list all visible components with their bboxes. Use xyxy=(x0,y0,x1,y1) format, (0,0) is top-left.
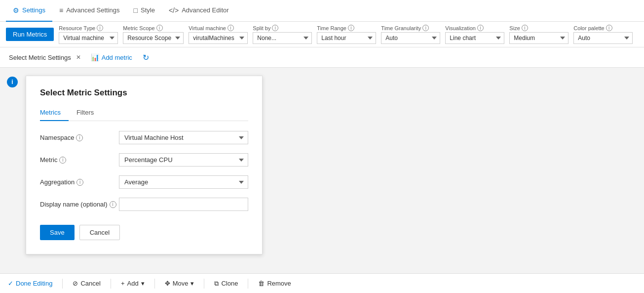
select-metric-tab-label: Select Metric Settings xyxy=(9,54,71,61)
display-name-label: Display name (optional) i xyxy=(40,201,119,208)
select-metric-settings-tab[interactable]: Select Metric Settings ✕ xyxy=(6,53,84,62)
display-name-info-icon[interactable]: i xyxy=(110,201,116,208)
virtual-machine-label: Virtual machine i xyxy=(189,25,248,31)
color-palette-info-icon[interactable]: i xyxy=(606,25,612,31)
add-metric-button[interactable]: 📊 Add metric xyxy=(91,53,132,61)
time-granularity-label: Time Granularity i xyxy=(381,25,440,31)
refresh-button[interactable]: ↻ xyxy=(139,50,153,64)
namespace-select[interactable]: Virtual Machine Host xyxy=(119,131,248,144)
tab-metrics[interactable]: Metrics xyxy=(40,106,69,121)
aggregation-info-icon[interactable]: i xyxy=(76,179,83,186)
size-select[interactable]: Medium xyxy=(509,32,568,44)
metrics-bar: Select Metric Settings ✕ 📊 Add metric ↻ xyxy=(0,47,644,68)
add-metric-label: Add metric xyxy=(102,54,132,61)
advanced-editor-icon: </> xyxy=(169,6,179,14)
save-button[interactable]: Save xyxy=(40,225,75,240)
add-metric-chart-icon: 📊 xyxy=(91,53,99,61)
aggregation-select[interactable]: Average xyxy=(119,175,248,189)
namespace-row: Namespace i Virtual Machine Host xyxy=(40,131,248,144)
split-by-label: Split by i xyxy=(253,25,312,31)
resource-type-label: Resource Type i xyxy=(59,25,118,31)
metric-info-icon[interactable]: i xyxy=(59,157,66,164)
color-palette-label: Color palette i xyxy=(573,25,633,31)
visualization-label: Visualization i xyxy=(445,25,504,31)
panel-actions: Save Cancel xyxy=(40,225,248,240)
filters-tab-label: Filters xyxy=(76,109,94,116)
style-icon: □ xyxy=(134,6,138,14)
virtual-machine-info-icon[interactable]: i xyxy=(227,25,234,31)
namespace-info-icon[interactable]: i xyxy=(76,134,83,141)
size-group: Size i Medium xyxy=(509,25,568,44)
metrics-tab-label: Metrics xyxy=(40,109,61,116)
tab-settings-label: Settings xyxy=(22,6,45,14)
refresh-icon: ↻ xyxy=(143,53,149,62)
size-info-icon[interactable]: i xyxy=(522,25,528,31)
bottom-bar: ✓ Done Editing ⊘ Cancel + Add ▾ ✥ Move ▾… xyxy=(0,273,644,275)
time-range-label: Time Range i xyxy=(317,25,376,31)
tab-settings[interactable]: ⚙ Settings xyxy=(6,0,52,22)
metric-row: Metric i Percentage CPU xyxy=(40,153,248,167)
panel-cancel-button[interactable]: Cancel xyxy=(79,225,120,240)
metric-scope-label: Metric Scope i xyxy=(123,25,184,31)
time-range-info-icon[interactable]: i xyxy=(348,25,354,31)
tab-style[interactable]: □ Style xyxy=(127,0,162,22)
size-label: Size i xyxy=(509,25,568,31)
time-granularity-info-icon[interactable]: i xyxy=(422,25,429,31)
visualization-group: Visualization i Line chart xyxy=(445,25,504,44)
resource-type-group: Resource Type i Virtual machine xyxy=(59,25,118,44)
aggregation-row: Aggregation i Average xyxy=(40,175,248,189)
time-granularity-group: Time Granularity i Auto xyxy=(381,25,440,44)
time-range-group: Time Range i Last hour xyxy=(317,25,376,44)
virtual-machine-select[interactable]: virutalMachines xyxy=(189,32,248,44)
color-palette-group: Color palette i Auto xyxy=(573,25,633,44)
tab-filters[interactable]: Filters xyxy=(76,106,102,121)
metric-scope-info-icon[interactable]: i xyxy=(156,25,163,31)
aggregation-label: Aggregation i xyxy=(40,178,119,186)
settings-icon: ⚙ xyxy=(13,6,19,14)
color-palette-select[interactable]: Auto xyxy=(573,32,633,44)
tab-advanced-settings-label: Advanced Settings xyxy=(66,6,119,14)
namespace-label: Namespace i xyxy=(40,134,119,141)
run-metrics-button[interactable]: Run Metrics xyxy=(6,28,54,41)
visualization-info-icon[interactable]: i xyxy=(477,25,484,31)
advanced-settings-icon: ≡ xyxy=(59,6,63,14)
tab-advanced-settings[interactable]: ≡ Advanced Settings xyxy=(52,0,127,22)
metric-select[interactable]: Percentage CPU xyxy=(119,153,248,167)
metric-scope-group: Metric Scope i Resource Scope xyxy=(123,25,184,44)
tab-advanced-editor[interactable]: </> Advanced Editor xyxy=(162,0,236,22)
toolbar: Run Metrics Resource Type i Virtual mach… xyxy=(0,22,644,47)
metric-settings-panel: Select Metric Settings Metrics Filters N… xyxy=(26,76,263,254)
top-tab-bar: ⚙ Settings ≡ Advanced Settings □ Style <… xyxy=(0,0,644,22)
display-name-input[interactable] xyxy=(119,198,248,211)
metric-scope-select[interactable]: Resource Scope xyxy=(123,32,184,44)
split-by-group: Split by i None... xyxy=(253,25,312,44)
info-badge: i xyxy=(7,77,18,87)
close-metric-tab-icon[interactable]: ✕ xyxy=(76,54,81,61)
metric-label: Metric i xyxy=(40,156,119,164)
time-granularity-select[interactable]: Auto xyxy=(381,32,440,44)
resource-type-info-icon[interactable]: i xyxy=(97,25,103,31)
time-range-select[interactable]: Last hour xyxy=(317,32,376,44)
split-by-select[interactable]: None... xyxy=(253,32,312,44)
resource-type-select[interactable]: Virtual machine xyxy=(59,32,118,44)
virtual-machine-group: Virtual machine i virutalMachines xyxy=(189,25,248,44)
visualization-select[interactable]: Line chart xyxy=(445,32,504,44)
panel-title: Select Metric Settings xyxy=(40,88,248,98)
tab-advanced-editor-label: Advanced Editor xyxy=(182,6,228,14)
display-name-row: Display name (optional) i xyxy=(40,198,248,211)
content-area: i Select Metric Settings Metrics Filters… xyxy=(0,68,644,275)
split-by-info-icon[interactable]: i xyxy=(272,25,278,31)
panel-tabs: Metrics Filters xyxy=(40,106,248,121)
tab-style-label: Style xyxy=(141,6,155,14)
